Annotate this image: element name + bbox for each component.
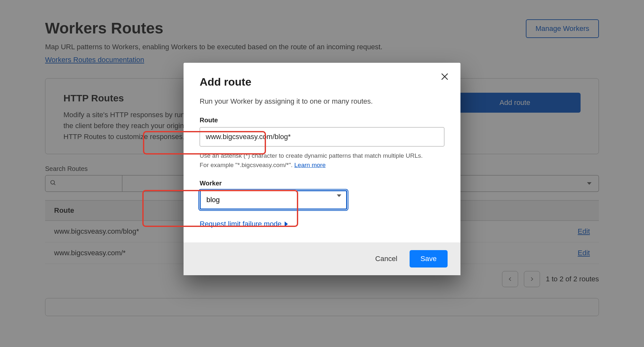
close-button[interactable] — [439, 70, 451, 84]
worker-label: Worker — [200, 180, 444, 187]
modal-overlay: Add route Run your Worker by assigning i… — [0, 0, 644, 347]
route-input[interactable] — [200, 127, 444, 146]
triangle-right-icon — [285, 221, 288, 227]
close-icon — [440, 72, 449, 81]
request-limit-toggle[interactable]: Request limit failure mode — [200, 220, 444, 228]
save-button[interactable]: Save — [410, 250, 448, 267]
route-help-text: Use an asterisk (*) character to create … — [200, 151, 425, 170]
modal-title: Add route — [200, 76, 444, 88]
cancel-button[interactable]: Cancel — [372, 251, 400, 267]
worker-select[interactable]: blog — [200, 190, 347, 210]
route-label: Route — [200, 117, 444, 124]
modal-subtitle: Run your Worker by assigning it to one o… — [200, 97, 444, 106]
add-route-modal: Add route Run your Worker by assigning i… — [184, 63, 460, 275]
modal-footer: Cancel Save — [184, 242, 460, 275]
learn-more-link[interactable]: Learn more — [294, 162, 326, 168]
